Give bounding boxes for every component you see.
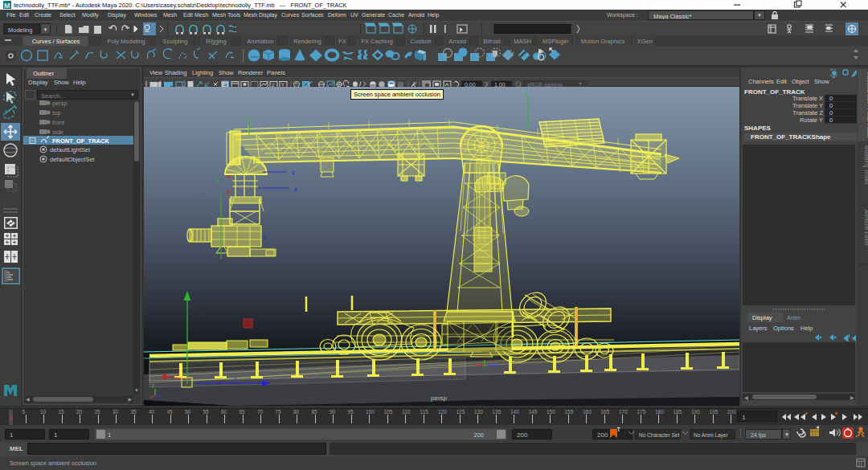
svg-text:defaultObjectSet: defaultObjectSet (50, 156, 95, 163)
svg-text:Translate X: Translate X (792, 95, 823, 102)
svg-text:Object: Object (792, 78, 810, 85)
svg-text:y: y (216, 176, 219, 183)
svg-text:defaultLightSet: defaultLightSet (50, 146, 91, 153)
svg-text:Modeling Toolkit: Modeling Toolkit (863, 145, 868, 185)
svg-text:Translate Z: Translate Z (792, 109, 823, 116)
svg-text:Attribute Editor: Attribute Editor (864, 210, 868, 247)
svg-text:Layers: Layers (749, 325, 768, 332)
svg-text:y: y (246, 114, 249, 121)
svg-text:side: side (52, 129, 63, 136)
svg-text:top: top (52, 109, 60, 116)
svg-text:0: 0 (829, 109, 833, 116)
svg-text:z: z (292, 169, 295, 176)
svg-text:z: z (294, 186, 297, 193)
svg-text:z: z (263, 233, 266, 240)
svg-text:Edit: Edit (776, 78, 788, 85)
svg-text:front: front (52, 119, 65, 126)
svg-text:persp: persp (431, 394, 448, 402)
svg-text:M: M (4, 2, 10, 10)
svg-text:0: 0 (829, 102, 833, 109)
svg-text:y: y (525, 89, 528, 96)
svg-text:x: x (176, 371, 179, 377)
svg-text:FRONT_OF_TRACKShape: FRONT_OF_TRACKShape (751, 133, 831, 141)
svg-text:Translate Y: Translate Y (792, 102, 823, 109)
svg-text:SHAPES: SHAPES (744, 125, 772, 132)
svg-text:◀: ◀ (744, 395, 748, 400)
svg-text:Show: Show (814, 78, 829, 85)
svg-text:Options: Options (773, 325, 794, 332)
svg-text:Channels: Channels (748, 78, 774, 85)
svg-text:Anim: Anim (787, 314, 800, 321)
svg-text:Rotate Y: Rotate Y (800, 116, 823, 124)
svg-text:x: x (227, 189, 230, 194)
svg-text:x: x (227, 174, 231, 179)
svg-text:z: z (234, 376, 237, 382)
svg-text:▶: ▶ (850, 395, 854, 400)
svg-text:y: y (152, 382, 154, 387)
svg-text:Help: Help (800, 325, 813, 332)
svg-text:persp: persp (52, 100, 68, 107)
svg-text:FRONT_OF_TRACK: FRONT_OF_TRACK (52, 137, 109, 145)
svg-text:0: 0 (829, 116, 833, 124)
svg-text:0: 0 (829, 95, 833, 102)
svg-text:Display: Display (752, 314, 772, 321)
